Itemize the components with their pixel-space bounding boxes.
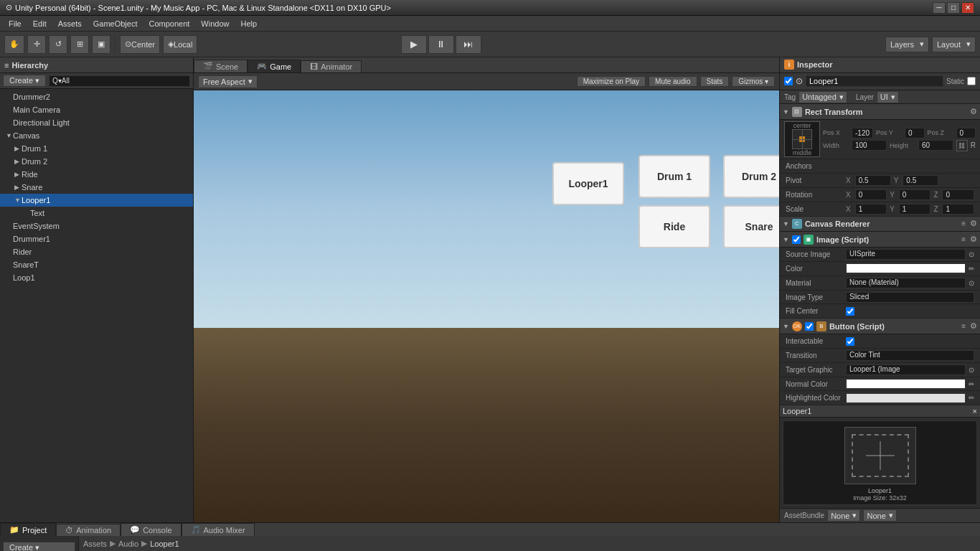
rot-x-value[interactable]: 0 (855, 189, 887, 200)
center-button[interactable]: ⊙ Center (120, 35, 160, 54)
normal-color-swatch[interactable] (846, 379, 966, 389)
image-type-dropdown[interactable]: Sliced (846, 292, 974, 303)
scale-x-value[interactable]: 1 (855, 204, 887, 215)
hierarchy-item-canvas[interactable]: ▼ Canvas (0, 129, 193, 142)
interactable-checkbox[interactable] (846, 337, 854, 346)
image-script-enabled[interactable] (792, 235, 801, 244)
tab-scene[interactable]: 🎬 Scene (194, 60, 248, 72)
fill-center-checkbox[interactable] (846, 307, 854, 316)
tab-project[interactable]: 📁 Project (0, 523, 56, 536)
hierarchy-item-drummer1[interactable]: Drummer1 (0, 232, 193, 245)
rotate-tool-button[interactable]: ↺ (49, 35, 67, 54)
object-active-checkbox[interactable] (784, 77, 793, 85)
hierarchy-item-maincamera[interactable]: Main Camera (0, 103, 193, 116)
button-script-menu-icon[interactable]: ≡ (961, 322, 966, 330)
play-button[interactable]: ▶ (401, 35, 427, 54)
layout-dropdown[interactable]: Layout ▾ (932, 37, 976, 52)
breadcrumb-audio[interactable]: Audio (118, 540, 138, 548)
layers-dropdown[interactable]: Layers ▾ (885, 37, 929, 52)
pivot-y-value[interactable]: 0.5 (903, 175, 938, 186)
scale-z-value[interactable]: 1 (942, 204, 974, 215)
local-button[interactable]: ◈ Local (163, 35, 197, 54)
canvas-renderer-settings-icon[interactable]: ⚙ (970, 219, 977, 228)
scale-y-value[interactable]: 1 (899, 204, 931, 215)
tab-console[interactable]: 💬 Console (121, 523, 181, 536)
maximize-button[interactable]: □ (947, 2, 960, 14)
move-tool-button[interactable]: ✛ (27, 35, 46, 54)
material-pick-icon[interactable]: ⊙ (969, 279, 974, 287)
tab-audio-mixer[interactable]: 🎵 Audio Mixer (182, 523, 255, 536)
hierarchy-item-drum1[interactable]: ▶ Drum 1 (0, 142, 193, 155)
pos-x-value[interactable]: -120 (852, 128, 873, 138)
reset-button[interactable]: R (971, 141, 976, 149)
pivot-x-value[interactable]: 0.5 (855, 175, 891, 186)
rect-transform-settings-icon[interactable]: ⚙ (970, 107, 977, 116)
looper-preview-close-icon[interactable]: × (973, 407, 977, 415)
highlighted-color-swatch[interactable] (846, 393, 966, 403)
rect-tool-button[interactable]: ▣ (92, 35, 110, 54)
game-button-looper1[interactable]: Looper1 (552, 162, 624, 205)
static-checkbox[interactable] (967, 77, 976, 85)
hierarchy-item-loop1[interactable]: Loop1 (0, 271, 193, 284)
hierarchy-item-eventsystem[interactable]: EventSystem (0, 220, 193, 232)
color-swatch[interactable] (846, 263, 966, 273)
rot-z-value[interactable]: 0 (942, 189, 974, 200)
mute-audio-button[interactable]: Mute audio (649, 76, 697, 87)
stats-button[interactable]: Stats (700, 76, 730, 87)
tab-game[interactable]: 🎮 Game (248, 60, 301, 72)
hierarchy-item-looper1[interactable]: ▼ Looper1 (0, 194, 193, 207)
normal-color-edit-icon[interactable]: ✏ (969, 380, 974, 388)
target-graphic-pick-icon[interactable]: ⊙ (969, 366, 974, 374)
minimize-button[interactable]: ─ (933, 2, 946, 14)
menu-edit[interactable]: Edit (27, 18, 52, 29)
pos-z-value[interactable]: 0 (956, 128, 976, 138)
asset-bundle-dropdown2[interactable]: None ▾ (863, 509, 896, 522)
gizmos-button[interactable]: Gizmos ▾ (732, 76, 775, 87)
hierarchy-item-rider[interactable]: Rider (0, 245, 193, 258)
tag-dropdown[interactable]: Untagged ▾ (798, 91, 847, 103)
highlighted-color-edit-icon[interactable]: ✏ (969, 394, 974, 402)
hierarchy-item-text[interactable]: Text (0, 207, 193, 220)
image-script-header[interactable]: ▼ ▣ Image (Script) ≡ ⚙ (780, 232, 980, 248)
hierarchy-item-directionallight[interactable]: Directional Light (0, 116, 193, 129)
menu-file[interactable]: File (3, 18, 27, 29)
image-script-menu-icon[interactable]: ≡ (961, 235, 966, 243)
target-graphic-value[interactable]: Looper1 (Image (846, 364, 966, 375)
pause-button[interactable]: ⏸ (428, 35, 454, 54)
rect-transform-header[interactable]: ▼ ⊡ Rect Transform ⚙ (780, 104, 980, 120)
source-image-pick-icon[interactable]: ⊙ (969, 250, 974, 258)
aspect-dropdown[interactable]: Free Aspect ▾ (198, 75, 258, 88)
anchor-preset-button[interactable]: center middle (784, 121, 820, 157)
step-button[interactable]: ⏭ (456, 35, 481, 54)
tab-animator[interactable]: 🎞 Animator (301, 60, 362, 72)
menu-help[interactable]: Help (235, 18, 263, 29)
pos-y-value[interactable]: 0 (905, 128, 925, 138)
maximize-on-play-button[interactable]: Maximize on Play (577, 76, 646, 87)
game-button-drum1[interactable]: Drum 1 (639, 155, 710, 198)
asset-bundle-dropdown1[interactable]: None ▾ (827, 509, 860, 522)
button-script-header[interactable]: ▼ OK B Button (Script) ≡ ⚙ (780, 319, 980, 334)
tab-animation[interactable]: ⏱ Animation (56, 524, 121, 536)
hierarchy-item-ride[interactable]: ▶ Ride (0, 168, 193, 181)
layer-dropdown[interactable]: UI ▾ (877, 91, 899, 103)
hierarchy-item-snare[interactable]: ▶ Snare (0, 181, 193, 194)
object-name-input[interactable] (806, 75, 943, 87)
lock-aspect-button[interactable]: ⛓ (956, 140, 968, 151)
rot-y-value[interactable]: 0 (899, 189, 931, 200)
canvas-renderer-header[interactable]: ▼ C Canvas Renderer ≡ ⚙ (780, 217, 980, 232)
project-create-button[interactable]: Create ▾ (3, 542, 75, 551)
button-script-settings-icon[interactable]: ⚙ (970, 321, 977, 331)
game-button-ride[interactable]: Ride (639, 205, 710, 248)
scale-tool-button[interactable]: ⊞ (70, 35, 89, 54)
width-value[interactable]: 100 (852, 140, 887, 151)
hierarchy-item-drummer2[interactable]: Drummer2 (0, 90, 193, 103)
hierarchy-item-snaret[interactable]: SnareT (0, 258, 193, 271)
material-value[interactable]: None (Material) (846, 278, 966, 288)
hierarchy-search-input[interactable] (49, 75, 190, 87)
menu-gameobject[interactable]: GameObject (88, 18, 143, 29)
game-button-snare[interactable]: Snare (723, 205, 779, 248)
breadcrumb-assets[interactable]: Assets (83, 540, 107, 548)
canvas-renderer-menu-icon[interactable]: ≡ (961, 220, 966, 227)
transition-dropdown[interactable]: Color Tint (846, 350, 974, 361)
hierarchy-create-button[interactable]: Create ▾ (3, 75, 46, 87)
